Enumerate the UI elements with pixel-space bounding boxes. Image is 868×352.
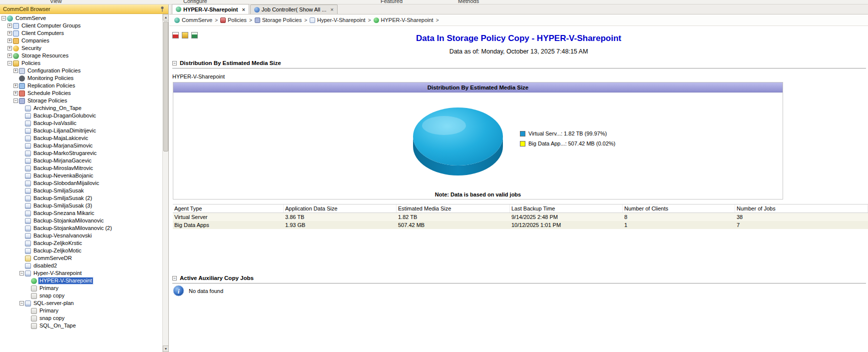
collapse-icon[interactable]: − [7, 61, 12, 66]
tree-item-backup-nevenkabojanic[interactable]: Backup-NevenkaBojanic [0, 172, 162, 180]
svg-text:i: i [178, 288, 180, 295]
tab-job-controller-show-all[interactable]: Job Controller( Show All ... [250, 4, 338, 14]
tree-item-backup-liljanadimitrijevic[interactable]: Backup-LiljanaDimitrijevic [0, 127, 162, 134]
tree-item-primary[interactable]: Primary [0, 284, 162, 292]
tree-item-backup-ivavasilic[interactable]: Backup-IvaVasilic [0, 120, 162, 127]
collapse-icon[interactable]: − [13, 98, 18, 103]
tree-item-snap-copy[interactable]: snap copy [0, 314, 162, 322]
collapse-icon[interactable]: − [1, 16, 6, 20]
tree-item-archiving-on-tape[interactable]: Archiving_On_Tape [0, 104, 162, 112]
ribbon-label-methods[interactable]: Methods [458, 0, 479, 4]
monitoring-policies-icon [19, 76, 25, 82]
collapse-icon[interactable]: − [19, 271, 24, 276]
tree-item-companies[interactable]: +Companies [0, 37, 162, 44]
collapse-icon[interactable] [172, 61, 177, 66]
breadcrumb-item-hyper-v-sharepoint[interactable]: Hyper-V-Sharepoint [310, 17, 366, 23]
tree-item-label: Backup-SmiljaSusak (3) [32, 202, 93, 209]
table-row-big-data-apps[interactable]: Big Data Apps1.93 GB507.42 MB10/12/2025 … [173, 221, 868, 229]
ribbon-label-featured[interactable]: Featured [381, 0, 403, 4]
tree-item-sql-server-plan[interactable]: −SQL-server-plan [0, 300, 162, 307]
tree-item-storage-resources[interactable]: +Storage Resources [0, 52, 162, 60]
column-header-number-of-clients[interactable]: Number of Clients [623, 204, 735, 212]
expand-icon[interactable]: + [13, 91, 18, 96]
column-header-agent-type[interactable]: Agent Type [173, 204, 284, 212]
tree-item-hyper-v-sharepoint[interactable]: −Hyper-V-Sharepoint [0, 270, 162, 277]
pin-icon[interactable] [159, 6, 165, 12]
copy-icon [31, 316, 37, 322]
schedule-policies-icon [19, 90, 25, 96]
tree-item-commservedr[interactable]: CommServeDR [0, 254, 162, 262]
expand-icon[interactable]: + [13, 84, 18, 88]
tab-hyper-v-sharepoint[interactable]: HYPER-V-Sharepoint [172, 4, 249, 14]
tree-item-backup-dragangolubovic[interactable]: Backup-DraganGolubovic [0, 112, 162, 120]
table-cell: 1.82 TB [397, 214, 510, 220]
expand-icon[interactable]: + [7, 54, 12, 58]
breadcrumb-separator: > [304, 18, 307, 23]
breadcrumb-item-hyper-v-sharepoint[interactable]: HYPER-V-Sharepoint [374, 17, 434, 23]
tree-item-commserve[interactable]: −CommServe [0, 14, 162, 22]
tree-item-backup-marjanasimovic[interactable]: Backup-MarjanaSimovic [0, 142, 162, 150]
storage-policies-icon [19, 98, 25, 104]
column-header-estimated-media-size[interactable]: Estimated Media Size [397, 204, 510, 212]
tree-item-schedule-policies[interactable]: +Schedule Policies [0, 90, 162, 97]
expand-icon[interactable]: + [7, 38, 12, 43]
expand-icon[interactable]: + [13, 68, 18, 73]
expand-icon[interactable]: + [7, 24, 12, 28]
tree-item-backup-smiljasusak-3[interactable]: Backup-SmiljaSusak (3) [0, 202, 162, 210]
tree-item-backup-zeljkomotic[interactable]: Backup-ZeljkoMotic [0, 247, 162, 254]
tree-item-monitoring-policies[interactable]: Monitoring Policies [0, 74, 162, 82]
tree-item-storage-policies[interactable]: −Storage Policies [0, 97, 162, 104]
column-header-last-backup-time[interactable]: Last Backup Time [510, 204, 623, 212]
close-icon[interactable] [330, 7, 333, 12]
tree-item-label: Primary [38, 308, 59, 314]
breadcrumb-item-policies[interactable]: Policies [220, 17, 247, 23]
tree-item-backup-majalakicevic[interactable]: Backup-MajaLakicevic [0, 134, 162, 142]
tree-item-sql-on-tape[interactable]: SQL_On_Tape [0, 322, 162, 330]
breadcrumb-item-commserve[interactable]: CommServe [174, 17, 212, 23]
tree-item-replication-policies[interactable]: +Replication Policies [0, 82, 162, 90]
tree-item-disabled2[interactable]: disabled2 [0, 262, 162, 270]
tree-item-client-computers[interactable]: +Client Computers [0, 30, 162, 37]
tree-item-label: Storage Policies [26, 98, 68, 104]
tab-label: Job Controller( Show All ... [262, 6, 327, 12]
tree-item-hyper-v-sharepoint[interactable]: HYPER-V-Sharepoint [0, 277, 162, 284]
sidebar-scrollbar[interactable] [162, 14, 168, 352]
tree-item-label: Storage Resources [20, 52, 69, 59]
tree-item-primary[interactable]: Primary [0, 307, 162, 314]
ribbon-label-configure[interactable]: Configure [183, 0, 207, 4]
tree-item-snap-copy[interactable]: snap copy [0, 292, 162, 300]
tree-item-backup-smiljasusak-2[interactable]: Backup-SmiljaSusak (2) [0, 194, 162, 202]
collapse-icon[interactable]: − [19, 301, 24, 306]
tree-item-label: Backup-MirjanaGacevic [32, 158, 92, 164]
breadcrumb-item-storage-policies[interactable]: Storage Policies [255, 17, 302, 23]
expand-icon[interactable]: + [7, 46, 12, 50]
table-row-virtual-server[interactable]: Virtual Server3.86 TB1.82 TB9/14/2025 2:… [173, 213, 868, 221]
scroll-up-icon[interactable] [163, 14, 168, 20]
tree-item-policies[interactable]: −Policies [0, 60, 162, 67]
expand-icon[interactable]: + [7, 31, 12, 36]
scrollbar-thumb[interactable] [163, 22, 168, 152]
agent-summary-table: Agent TypeApplication Data SizeEstimated… [173, 204, 868, 229]
tree-item-backup-snezana-mikaric[interactable]: Backup-Snezana Mikaric [0, 210, 162, 217]
tree-item-label: Policies [20, 60, 41, 66]
tree-item-backup-markostrugarevic[interactable]: Backup-MarkoStrugarevic [0, 150, 162, 157]
tree-item-backup-mirjanagacevic[interactable]: Backup-MirjanaGacevic [0, 157, 162, 164]
tree-item-backup-stojankamilovanovic-2[interactable]: Backup-StojankaMilovanovic (2) [0, 224, 162, 232]
tree-item-label: Backup-ZeljkoMotic [32, 248, 82, 254]
tree-item-security[interactable]: +Security [0, 44, 162, 52]
scroll-down-icon[interactable] [163, 346, 168, 352]
column-header-application-data-size[interactable]: Application Data Size [284, 204, 397, 212]
tree-item-client-computer-groups[interactable]: +Client Computer Groups [0, 22, 162, 30]
ribbon-label-view[interactable]: View [50, 0, 62, 4]
tree-item-backup-miroslavmitrovic[interactable]: Backup-MiroslavMitrovic [0, 164, 162, 172]
column-header-number-of-jobs[interactable]: Number of Jobs [735, 204, 868, 212]
tree-item-backup-zeljkokrstic[interactable]: Backup-ZeljkoKrstic [0, 240, 162, 247]
collapse-icon[interactable] [172, 276, 177, 280]
tree-item-backup-smiljasusak[interactable]: Backup-SmiljaSusak [0, 187, 162, 194]
tree-item-backup-slobodanmijailovic[interactable]: Backup-SlobodanMijailovic [0, 180, 162, 187]
tree-item-backup-vesnaivanovski[interactable]: Backup-VesnaIvanovski [0, 232, 162, 240]
tree-item-label: Backup-MarjanaSimovic [32, 142, 94, 149]
close-icon[interactable] [242, 7, 245, 12]
tree-item-configuration-policies[interactable]: +Configuration Policies [0, 67, 162, 74]
tree-item-backup-stojankamilovanovic[interactable]: Backup-StojankaMilovanovic [0, 217, 162, 224]
